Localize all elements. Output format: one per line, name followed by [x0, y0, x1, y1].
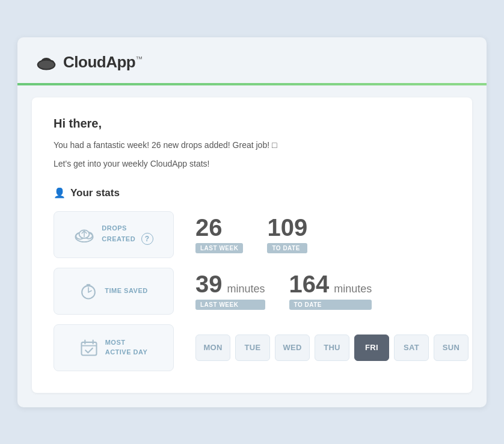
drops-created-labels: DROPS CREATED ? [102, 224, 153, 245]
time-to-date-badge: TO DATE [289, 300, 372, 310]
time-saved-row: TIME SAVED 39 minutes LAST WEEK 164 minu… [54, 268, 450, 315]
time-saved-card: TIME SAVED [54, 268, 174, 315]
time-saved-label: TIME SAVED [105, 286, 147, 295]
most-active-day-row: MOST ACTIVE DAY MONTUEWEDTHUFRISATSUN [54, 324, 450, 371]
main-card: Hi there, You had a fantastic week! 26 n… [32, 97, 472, 393]
time-last-week-number-unit: 39 minutes [195, 272, 265, 296]
cloud-upload-icon [74, 227, 94, 242]
most-active-labels: MOST ACTIVE DAY [105, 338, 148, 357]
drops-help-icon[interactable]: ? [141, 233, 153, 245]
time-to-date-number-unit: 164 minutes [289, 272, 372, 296]
header: CloudApp™ [17, 37, 487, 83]
person-icon: 👤 [54, 187, 66, 199]
drops-stat-values: 26 LAST WEEK 109 TO DATE [195, 215, 307, 253]
cloudapp-logo-icon [35, 52, 57, 73]
drops-created-row: DROPS CREATED ? 26 LAST WEEK 109 TO [54, 211, 450, 258]
drops-last-week-block: 26 LAST WEEK [195, 215, 243, 253]
time-saved-stat-values: 39 minutes LAST WEEK 164 minutes TO DATE [195, 272, 372, 310]
day-button-sat[interactable]: SAT [394, 335, 429, 361]
drops-label-line1: DROPS [102, 224, 127, 233]
day-button-thu[interactable]: THU [315, 335, 349, 361]
timer-icon-wrap [79, 282, 97, 300]
svg-point-4 [38, 60, 54, 69]
time-to-date-number: 164 [289, 272, 330, 296]
app-container: CloudApp™ Hi there, You had a fantastic … [17, 37, 487, 407]
drops-last-week-badge: LAST WEEK [195, 243, 243, 253]
greeting-line2: Let's get into your weekly CloudApp stat… [54, 158, 450, 170]
drops-label-line2: CREATED ? [102, 233, 153, 245]
drops-to-date-badge: TO DATE [267, 243, 307, 253]
time-last-week-badge: LAST WEEK [195, 300, 265, 310]
drops-to-date-number: 109 [267, 215, 307, 239]
day-button-fri[interactable]: FRI [354, 335, 389, 361]
logo: CloudApp™ [35, 52, 143, 73]
day-button-mon[interactable]: MON [195, 335, 230, 361]
time-to-date-unit: minutes [334, 283, 372, 295]
day-button-wed[interactable]: WED [275, 335, 310, 361]
greeting-line1: You had a fantastic week! 26 new drops a… [54, 139, 450, 152]
drops-to-date-block: 109 TO DATE [267, 215, 307, 253]
drops-icon-wrap [74, 227, 94, 242]
most-active-label-line1: MOST [105, 338, 126, 347]
stats-section-title: 👤 Your stats [54, 187, 450, 199]
timer-icon [79, 282, 97, 300]
time-last-week-unit: minutes [227, 283, 265, 295]
drops-created-card: DROPS CREATED ? [54, 211, 174, 258]
most-active-day-card: MOST ACTIVE DAY [54, 324, 174, 371]
time-saved-labels: TIME SAVED [105, 286, 147, 295]
days-row: MONTUEWEDTHUFRISATSUN [195, 335, 469, 361]
calendar-check-icon [80, 339, 98, 357]
svg-rect-15 [81, 342, 96, 355]
drops-last-week-number: 26 [195, 215, 243, 239]
calendar-icon-wrap [80, 339, 98, 357]
most-active-label-line2: ACTIVE DAY [105, 348, 148, 357]
time-last-week-block: 39 minutes LAST WEEK [195, 272, 265, 310]
greeting-title: Hi there, [54, 117, 450, 131]
day-button-tue[interactable]: TUE [235, 335, 270, 361]
time-last-week-number: 39 [195, 272, 223, 296]
accent-line [17, 83, 487, 85]
time-to-date-block: 164 minutes TO DATE [289, 272, 372, 310]
logo-text: CloudApp™ [63, 53, 143, 72]
day-button-sun[interactable]: SUN [434, 335, 469, 361]
